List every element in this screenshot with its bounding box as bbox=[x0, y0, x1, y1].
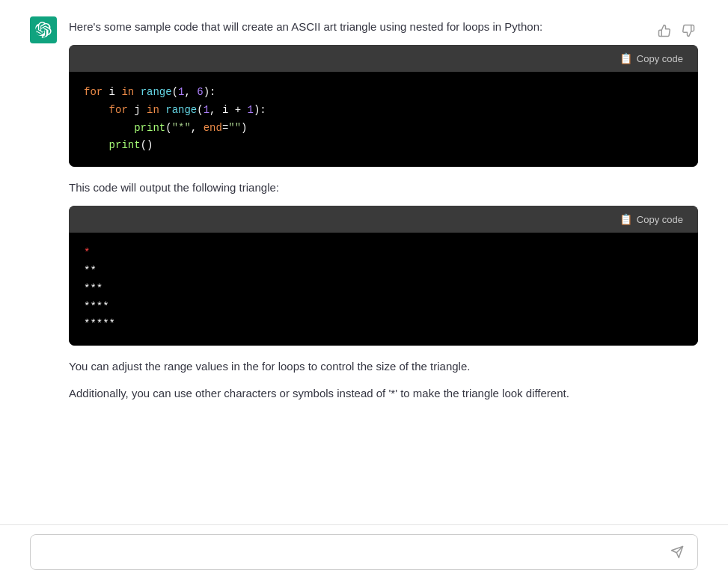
code-block-1-body: for i in range(1, 6): for j in range(1, … bbox=[69, 72, 698, 167]
middle-text: This code will output the following tria… bbox=[69, 179, 698, 197]
message-header: Here's some sample code that will create… bbox=[69, 18, 698, 45]
message-area: Here's some sample code that will create… bbox=[0, 0, 728, 524]
output-line-1: * bbox=[84, 247, 90, 259]
code-block-2-header: 📋 Copy code bbox=[69, 206, 698, 233]
message-content: Here's some sample code that will create… bbox=[69, 15, 698, 411]
code-2-pre: * ** *** **** ***** bbox=[84, 245, 683, 334]
copy-code-1-label: Copy code bbox=[637, 53, 683, 64]
bottom-bar bbox=[0, 524, 728, 585]
closing-text-2: Additionally, you can use other characte… bbox=[69, 385, 698, 402]
send-button[interactable] bbox=[667, 542, 687, 562]
copy-code-2-label: Copy code bbox=[637, 214, 683, 225]
closing-text-1: You can adjust the range values in the f… bbox=[69, 358, 698, 376]
message-actions bbox=[655, 18, 698, 40]
output-line-5: ***** bbox=[84, 318, 115, 330]
chat-input[interactable] bbox=[41, 544, 667, 561]
code-block-2-body: * ** *** **** ***** bbox=[69, 233, 698, 346]
input-wrapper bbox=[30, 534, 698, 570]
assistant-message: Here's some sample code that will create… bbox=[30, 15, 698, 411]
chat-container: Here's some sample code that will create… bbox=[0, 0, 728, 585]
avatar bbox=[30, 16, 57, 43]
thumbs-up-button[interactable] bbox=[655, 21, 674, 40]
output-line-4: **** bbox=[84, 301, 109, 313]
copy-icon-1: 📋 bbox=[620, 52, 632, 64]
code-block-1: 📋 Copy code for i in range(1, 6): for j … bbox=[69, 45, 698, 167]
copy-code-2-button[interactable]: 📋 Copy code bbox=[617, 212, 686, 227]
thumbs-down-button[interactable] bbox=[679, 21, 698, 40]
copy-icon-2: 📋 bbox=[620, 213, 632, 225]
send-icon bbox=[670, 545, 684, 559]
intro-text: Here's some sample code that will create… bbox=[69, 18, 542, 36]
thumbs-down-icon bbox=[682, 24, 695, 37]
code-block-1-header: 📋 Copy code bbox=[69, 45, 698, 72]
thumbs-up-icon bbox=[658, 24, 671, 37]
code-block-2: 📋 Copy code * ** *** **** ***** bbox=[69, 206, 698, 346]
chatgpt-icon bbox=[35, 22, 52, 38]
output-line-3: *** bbox=[84, 283, 103, 295]
code-1-pre: for i in range(1, 6): for j in range(1, … bbox=[84, 84, 683, 155]
output-line-2: ** bbox=[84, 265, 97, 277]
code-line-1: for bbox=[84, 86, 103, 98]
copy-code-1-button[interactable]: 📋 Copy code bbox=[617, 51, 686, 66]
